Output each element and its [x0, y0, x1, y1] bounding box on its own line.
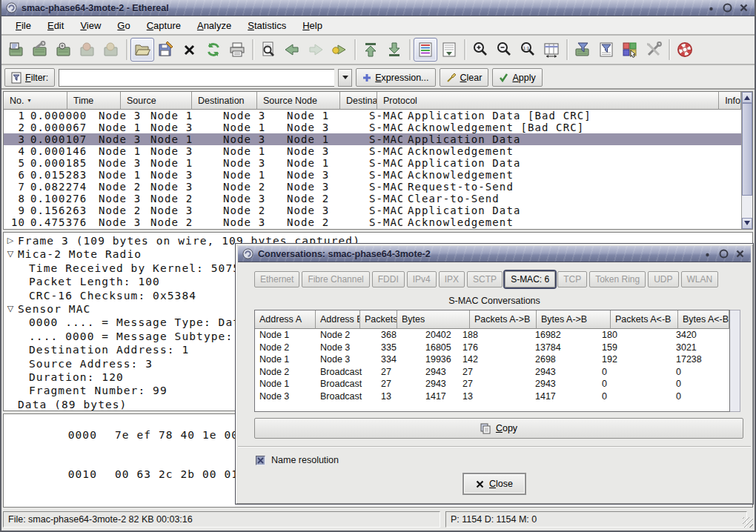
column-header[interactable]: No. [4, 92, 67, 110]
minimize-icon[interactable] [705, 1, 717, 14]
expander-icon[interactable] [4, 275, 18, 288]
dialog-titlebar[interactable]: Conversations: smac-phase64-3mote-2 [238, 246, 751, 262]
dialog-minimize-icon[interactable] [701, 247, 714, 260]
conversation-row[interactable]: Node 1Broadcast27294327294300 [255, 378, 729, 390]
close-icon[interactable] [737, 1, 750, 14]
packet-list-scrollbar[interactable] [741, 92, 752, 229]
conversation-row[interactable]: Node 2Broadcast27294327294300 [255, 366, 729, 379]
conversation-row[interactable]: Node 2Node 333516805176137841593021 [255, 342, 729, 354]
coloring-rules-icon[interactable] [618, 38, 642, 61]
protocol-tab[interactable]: IPv4 [407, 271, 437, 287]
protocol-tab[interactable]: TCP [557, 271, 587, 287]
expander-icon[interactable] [4, 370, 18, 384]
capture-options-icon[interactable] [28, 38, 52, 61]
expander-icon[interactable]: ▽ [4, 302, 18, 316]
packet-row[interactable]: 90.156263Node 2Node 3Node 2Node 3S-MACAp… [4, 205, 741, 216]
conv-column-header[interactable]: Bytes [397, 310, 470, 329]
resize-grip[interactable] [743, 517, 753, 528]
display-filters-icon[interactable] [594, 38, 618, 61]
resize-columns-icon[interactable] [540, 38, 563, 61]
print-icon[interactable] [225, 38, 249, 61]
column-header[interactable]: Source [121, 92, 192, 110]
menu-item[interactable]: Analyze [189, 18, 239, 33]
packet-row[interactable]: 60.015283Node 1Node 3Node 1Node 3S-MACAc… [4, 169, 741, 181]
apply-button[interactable]: Apply [492, 68, 542, 87]
expander-icon[interactable] [4, 262, 18, 275]
conv-column-header[interactable]: Address A [255, 310, 316, 329]
packet-row[interactable]: 100.475376Node 3Node 2Node 3Node 2S-MACA… [4, 216, 741, 228]
save-file-icon[interactable] [154, 38, 178, 61]
capture-interfaces-icon[interactable] [4, 38, 28, 61]
reload-icon[interactable] [202, 38, 225, 61]
scroll-up-icon[interactable] [742, 92, 752, 103]
protocol-tab[interactable]: SCTP [467, 271, 503, 287]
conv-column-header[interactable]: Address B [316, 310, 360, 329]
capture-restart-icon[interactable] [99, 38, 123, 61]
conversation-row[interactable]: Node 3Broadcast13141713141700 [255, 390, 729, 403]
packet-row[interactable]: 50.000185Node 3Node 1Node 3Node 1S-MACAp… [4, 157, 741, 169]
menu-item[interactable]: Capture [139, 18, 189, 33]
protocol-tab[interactable]: S-MAC: 6 [505, 271, 555, 287]
expander-icon[interactable] [4, 316, 18, 329]
go-to-bottom-icon[interactable] [382, 38, 406, 61]
expander-icon[interactable] [4, 384, 18, 397]
clear-button[interactable]: Clear [440, 68, 489, 87]
scrollbar-thumb[interactable] [742, 103, 752, 196]
menu-item[interactable]: Edit [39, 18, 72, 33]
filter-dropdown-icon[interactable] [338, 69, 352, 87]
name-resolution-checkbox[interactable] [256, 456, 265, 465]
conv-column-header[interactable]: Bytes A<-B [678, 310, 729, 329]
packet-row[interactable]: 20.000067Node 1Node 3Node 1Node 3S-MACAc… [4, 122, 741, 133]
expander-icon[interactable] [4, 398, 18, 411]
conversation-row[interactable]: Node 1Node 236820402188169821803420 [255, 329, 729, 342]
menu-item[interactable]: File [7, 18, 39, 33]
conversations-scrollbar[interactable] [730, 310, 740, 412]
expander-icon[interactable]: ▽ [4, 247, 18, 261]
column-header[interactable]: Time [67, 92, 121, 110]
preferences-icon[interactable] [642, 38, 666, 61]
maximize-icon[interactable] [721, 1, 734, 14]
go-forward-icon[interactable] [304, 38, 328, 61]
packet-row[interactable]: 40.000146Node 1Node 3Node 1Node 3S-MACAc… [4, 145, 741, 157]
open-file-icon[interactable] [130, 38, 154, 61]
filter-input[interactable] [59, 69, 334, 87]
colorize-icon[interactable] [414, 38, 437, 61]
menu-item[interactable]: Go [109, 18, 138, 33]
expander-icon[interactable] [4, 330, 18, 343]
copy-button[interactable]: Copy [254, 418, 743, 439]
filter-button[interactable]: Filter: [4, 68, 55, 87]
dialog-maximize-icon[interactable] [717, 247, 730, 260]
column-header[interactable]: Destination Node [340, 92, 377, 110]
column-header[interactable]: Source Node [257, 92, 340, 110]
menu-item[interactable]: Help [294, 18, 331, 33]
protocol-tab[interactable]: IPX [439, 271, 465, 287]
go-back-icon[interactable] [280, 38, 304, 61]
find-packet-icon[interactable] [256, 38, 280, 61]
scroll-down-icon[interactable] [742, 218, 752, 229]
protocol-tab[interactable]: Ethernet [254, 271, 299, 287]
column-header[interactable]: Destination [192, 92, 257, 110]
protocol-tab[interactable]: FDDI [372, 271, 405, 287]
expander-icon[interactable] [4, 343, 18, 356]
go-to-packet-icon[interactable] [328, 38, 351, 61]
packet-row[interactable]: 80.100276Node 3Node 2Node 3Node 2S-MACCl… [4, 193, 741, 205]
expander-icon[interactable]: ▷ [4, 234, 18, 247]
zoom-out-icon[interactable] [492, 38, 516, 61]
packet-row[interactable]: 30.000107Node 3Node 1Node 3Node 1S-MACAp… [4, 133, 741, 145]
packet-row[interactable]: 10.000000Node 3Node 1Node 3Node 1S-MACAp… [4, 110, 741, 122]
packet-row[interactable]: 70.082274Node 2Node 3Node 2Node 3S-MACRe… [4, 181, 741, 193]
titlebar[interactable]: smac-phase64-3mote-2 - Ethereal [1, 0, 755, 16]
column-header[interactable]: Protocol [377, 92, 719, 110]
conversation-row[interactable]: Node 1Node 333419936142269819217238 [255, 353, 729, 366]
expression-button[interactable]: Expression... [356, 68, 435, 87]
protocol-tab[interactable]: UDP [648, 271, 678, 287]
conv-column-header[interactable]: Packets A<-B [611, 310, 678, 329]
go-to-top-icon[interactable] [359, 38, 382, 61]
zoom-normal-icon[interactable]: 1:1 [516, 38, 540, 61]
conv-column-header[interactable]: Packets A->B [470, 310, 537, 329]
conv-column-header[interactable]: Packets [360, 310, 397, 329]
close-button[interactable]: Close [462, 473, 526, 495]
protocol-tab[interactable]: WLAN [681, 271, 719, 287]
protocol-tab[interactable]: Token Ring [589, 271, 646, 287]
conv-column-header[interactable]: Bytes A->B [537, 310, 611, 329]
